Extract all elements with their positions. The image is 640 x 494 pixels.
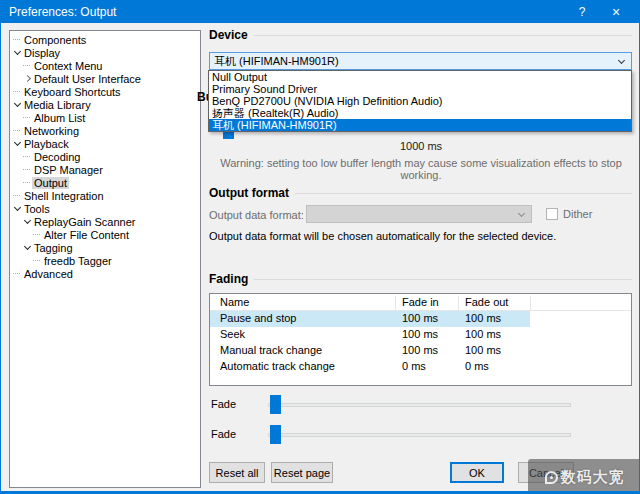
reset-all-button[interactable]: Reset all — [209, 462, 265, 483]
fading-table: Name Fade in Fade out Pause and stop100 … — [209, 293, 632, 386]
tree-item-freedb-tagger[interactable]: freedb Tagger — [10, 254, 200, 267]
fading-group-rule — [254, 279, 632, 280]
fading-table-header: Name Fade in Fade out — [210, 294, 631, 311]
tree-item-default-user-interface[interactable]: Default User Interface — [10, 72, 200, 85]
fade-in-slider-label: Fade — [211, 398, 236, 410]
device-option-benq-pd2700u-nvidia-high-definition-audio[interactable]: BenQ PD2700U (NVIDIA High Definition Aud… — [209, 95, 631, 107]
tree-item-label: ReplayGain Scanner — [32, 216, 138, 228]
tree-item-context-menu[interactable]: Context Menu — [10, 59, 200, 72]
fade-out-slider-track[interactable] — [268, 433, 571, 437]
preferences-tree: ComponentsDisplayContext MenuDefault Use… — [9, 30, 201, 488]
tree-item-components[interactable]: Components — [10, 33, 200, 46]
weibo-logo-icon — [545, 471, 558, 484]
column-header-name[interactable]: Name — [220, 296, 249, 308]
chevron-down-icon[interactable] — [13, 46, 22, 59]
tree-connector — [33, 254, 42, 267]
tree-connector — [13, 189, 22, 202]
fading-cell: Automatic track change — [220, 360, 335, 372]
fading-row-pause-and-stop[interactable]: Pause and stop100 ms100 ms — [210, 311, 530, 327]
tree-item-label: Output — [32, 177, 69, 189]
tree-connector — [13, 33, 22, 46]
tree-item-label: Media Library — [22, 99, 93, 111]
fade-out-slider-thumb[interactable] — [270, 425, 281, 444]
ok-button[interactable]: OK — [450, 462, 504, 483]
dither-checkbox — [546, 208, 558, 220]
chevron-right-icon[interactable] — [23, 72, 32, 85]
tree-connector — [33, 228, 42, 241]
tree-item-label: Tagging — [32, 242, 75, 254]
tree-item-alter-file-content[interactable]: Alter File Content — [10, 228, 200, 241]
tree-connector — [13, 124, 22, 137]
fade-in-slider-thumb[interactable] — [270, 395, 281, 414]
tree-item-album-list[interactable]: Album List — [10, 111, 200, 124]
tree-item-label: Playback — [22, 138, 71, 150]
tree-item-output[interactable]: Output — [10, 176, 200, 189]
fading-cell: 100 ms — [402, 328, 438, 340]
tree-item-label: DSP Manager — [32, 164, 105, 176]
tree-item-advanced[interactable]: Advanced — [10, 267, 200, 280]
column-separator — [530, 296, 531, 311]
output-format-group-title: Output format — [209, 186, 289, 200]
help-button[interactable]: ? — [565, 1, 599, 23]
chevron-down-icon[interactable] — [13, 202, 22, 215]
fade-in-slider-track[interactable] — [268, 403, 571, 407]
fading-cell: Manual track change — [220, 344, 322, 356]
device-option-耳机-hifiman-hm901r[interactable]: 耳机 (HIFIMAN-HM901R) — [209, 119, 631, 131]
tree-item-replaygain-scanner[interactable]: ReplayGain Scanner — [10, 215, 200, 228]
close-button[interactable]: × — [599, 1, 633, 23]
fade-out-slider-label: Fade — [211, 428, 236, 440]
output-format-group-rule — [295, 193, 632, 194]
tree-item-label: Tools — [22, 203, 52, 215]
tree-item-tagging[interactable]: Tagging — [10, 241, 200, 254]
tree-item-tools[interactable]: Tools — [10, 202, 200, 215]
device-combobox-value: 耳机 (HIFIMAN-HM901R) — [214, 54, 619, 69]
output-data-format-combobox — [306, 205, 532, 223]
chevron-down-icon — [518, 209, 525, 216]
fading-cell: Pause and stop — [220, 312, 296, 324]
title-bar: Preferences: Output ? × — [1, 1, 639, 23]
fading-row-automatic-track-change[interactable]: Automatic track change0 ms0 ms — [210, 359, 631, 375]
tree-item-media-library[interactable]: Media Library — [10, 98, 200, 111]
fading-cell: 100 ms — [465, 312, 501, 324]
column-header-fade-out[interactable]: Fade out — [465, 296, 508, 308]
tree-item-networking[interactable]: Networking — [10, 124, 200, 137]
tree-connector — [23, 111, 32, 124]
fading-cell: 100 ms — [465, 328, 501, 340]
tree-item-display[interactable]: Display — [10, 46, 200, 59]
tree-item-decoding[interactable]: Decoding — [10, 150, 200, 163]
device-option-primary-sound-driver[interactable]: Primary Sound Driver — [209, 83, 631, 95]
device-option-扬声器-realtek-r-audio[interactable]: 扬声器 (Realtek(R) Audio) — [209, 107, 631, 119]
dither-label: Dither — [563, 208, 592, 220]
tree-item-shell-integration[interactable]: Shell Integration — [10, 189, 200, 202]
fading-group-header: Fading — [209, 272, 632, 286]
chevron-down-icon[interactable] — [23, 215, 32, 228]
watermark: 数码大宽 — [528, 459, 640, 494]
tree-item-label: Shell Integration — [22, 190, 106, 202]
chevron-down-icon — [618, 56, 625, 63]
tree-item-label: Advanced — [22, 268, 75, 280]
tree-connector — [23, 176, 32, 189]
tree-item-dsp-manager[interactable]: DSP Manager — [10, 163, 200, 176]
device-option-null-output[interactable]: Null Output — [209, 71, 631, 83]
column-separator — [395, 296, 396, 311]
column-header-fade-in[interactable]: Fade in — [402, 296, 439, 308]
window-title: Preferences: Output — [1, 5, 565, 19]
chevron-down-icon[interactable] — [23, 241, 32, 254]
tree-connector — [23, 163, 32, 176]
output-format-note: Output data format will be chosen automa… — [209, 230, 556, 242]
tree-item-label: Decoding — [32, 151, 82, 163]
fading-cell: 100 ms — [465, 344, 501, 356]
fading-cell: 100 ms — [402, 312, 438, 324]
tree-connector — [13, 85, 22, 98]
tree-item-label: Default User Interface — [32, 73, 143, 85]
chevron-down-icon[interactable] — [13, 98, 22, 111]
fading-row-manual-track-change[interactable]: Manual track change100 ms100 ms — [210, 343, 631, 359]
tree-item-keyboard-shortcuts[interactable]: Keyboard Shortcuts — [10, 85, 200, 98]
chevron-down-icon[interactable] — [13, 137, 22, 150]
reset-page-button[interactable]: Reset page — [271, 462, 333, 483]
tree-connector — [13, 267, 22, 280]
preferences-dialog: Preferences: Output ? × ComponentsDispla… — [0, 0, 640, 494]
tree-item-playback[interactable]: Playback — [10, 137, 200, 150]
fading-row-seek[interactable]: Seek100 ms100 ms — [210, 327, 631, 343]
device-combobox[interactable]: 耳机 (HIFIMAN-HM901R) — [209, 52, 632, 70]
